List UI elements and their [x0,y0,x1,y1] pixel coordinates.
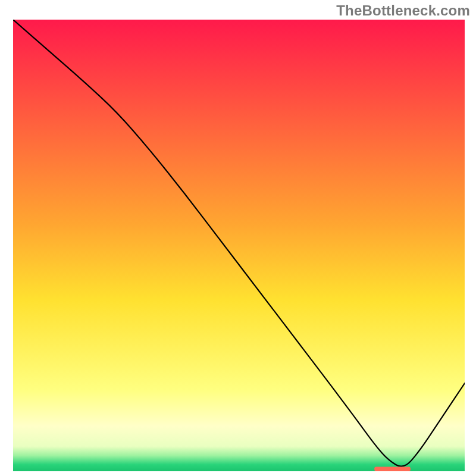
optimal-range-marker [374,466,411,471]
watermark-text: TheBottleneck.com [336,2,470,19]
plot-area [13,20,465,471]
marker-layer [13,20,465,471]
chart-stage: TheBottleneck.com [0,0,476,476]
